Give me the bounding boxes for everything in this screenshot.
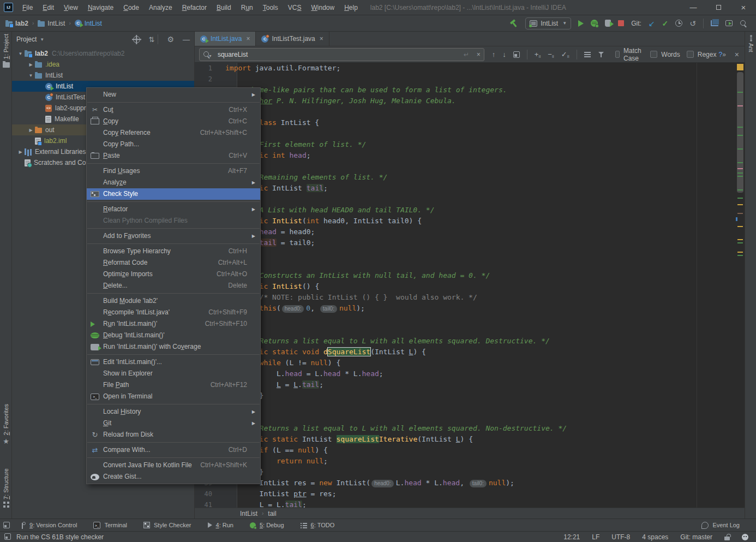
- tree-right-arrow-icon[interactable]: ▶: [27, 128, 35, 133]
- tool-stripe-project[interactable]: 1: Project: [0, 34, 12, 68]
- tool-window-icon[interactable]: [725, 20, 733, 26]
- find-all-icon[interactable]: [584, 51, 591, 57]
- menu-item-analyze[interactable]: Analyze: [87, 177, 260, 188]
- tree-item-lab2[interactable]: ▼lab2C:\Users\omatt\repo\lab2: [12, 48, 194, 59]
- menu-item-local-history[interactable]: Local History: [87, 406, 260, 418]
- menubar-item-view[interactable]: View: [59, 0, 83, 15]
- menu-item-copy-reference[interactable]: Copy ReferenceCtrl+Alt+Shift+C: [87, 127, 260, 139]
- find-in-selection-icon[interactable]: [513, 51, 520, 58]
- tree-down-arrow-icon[interactable]: ▼: [27, 73, 35, 78]
- git-commit-icon[interactable]: [662, 19, 669, 28]
- highlighting-level-icon[interactable]: [742, 534, 748, 540]
- scrollbar-thumb[interactable]: [737, 72, 743, 193]
- menubar-item-refactor[interactable]: Refactor: [177, 0, 212, 15]
- menubar-item-build[interactable]: Build: [212, 0, 236, 15]
- stripe-mark-green[interactable]: [737, 172, 743, 174]
- stripe-mark-pink[interactable]: [737, 105, 743, 106]
- status-widget-4-spaces[interactable]: 4 spaces: [642, 533, 668, 541]
- menu-item-cut[interactable]: CutCtrl+X: [87, 104, 260, 116]
- close-tab-icon[interactable]: ×: [246, 35, 250, 43]
- menu-item-copy[interactable]: CopyCtrl+C: [87, 116, 260, 127]
- search-everywhere-icon[interactable]: [740, 20, 747, 27]
- status-widget-lf[interactable]: LF: [592, 533, 599, 541]
- tree-item-intlist[interactable]: ▼IntList: [12, 70, 194, 81]
- toolwindow-button-4-run[interactable]: 4: Run: [208, 522, 233, 528]
- build-hammer-icon[interactable]: [510, 20, 518, 27]
- breadcrumb-item-lab2-0[interactable]: lab2: [5, 20, 28, 27]
- maximize-button[interactable]: [706, 0, 731, 15]
- coverage-button[interactable]: [605, 20, 611, 27]
- close-button[interactable]: ×: [731, 0, 756, 15]
- stripe-mark-green[interactable]: [737, 135, 743, 136]
- search-input[interactable]: ▼ squareList ↵ ×: [199, 48, 484, 61]
- history-icon[interactable]: [675, 20, 682, 27]
- stripe-mark-yellow[interactable]: [737, 204, 743, 205]
- search-option-words[interactable]: Words: [650, 51, 680, 58]
- menu-item-show-in-explorer[interactable]: Show in Explorer: [87, 368, 260, 379]
- stripe-mark-pink[interactable]: [737, 168, 743, 169]
- quick-access-icon[interactable]: [3, 522, 10, 528]
- tree-right-arrow-icon[interactable]: ▶: [16, 150, 25, 154]
- run-button[interactable]: [578, 20, 584, 27]
- lock-icon[interactable]: [724, 537, 730, 540]
- project-structure-icon[interactable]: [711, 20, 718, 26]
- stripe-mark-yellow[interactable]: [737, 252, 743, 253]
- menu-item-compare-with[interactable]: Compare With...Ctrl+D: [87, 444, 260, 456]
- stop-button[interactable]: [618, 20, 624, 26]
- toolwindow-button-5-debug[interactable]: 5: Debug: [250, 522, 284, 528]
- error-stripe[interactable]: [736, 63, 745, 508]
- toolwindow-button-9-version-control[interactable]: 9: Version Control: [19, 522, 77, 529]
- stripe-mark-green[interactable]: [737, 242, 743, 243]
- menu-item-file-path[interactable]: File PathCtrl+Alt+F12: [87, 379, 260, 391]
- select-all-occurrences-icon[interactable]: ✓II: [561, 50, 569, 58]
- rollback-icon[interactable]: [689, 19, 696, 28]
- editor-tab-intlist-java[interactable]: IntList.java×: [195, 32, 256, 46]
- debug-button[interactable]: [591, 20, 598, 27]
- tool-stripe-favorites[interactable]: 2: Favorites: [0, 404, 12, 445]
- stripe-mark-yellow[interactable]: [737, 239, 743, 240]
- git-update-icon[interactable]: [649, 19, 655, 28]
- search-filter-icon[interactable]: [598, 51, 604, 58]
- add-occurrence-icon[interactable]: +II: [535, 50, 541, 58]
- stripe-mark-green[interactable]: [737, 92, 743, 93]
- tool-stripe-ant[interactable]: Ant: [745, 35, 756, 52]
- search-help-link[interactable]: ?: [718, 51, 722, 58]
- breadcrumb-member[interactable]: tail: [268, 510, 276, 517]
- stripe-mark-green[interactable]: [737, 255, 743, 256]
- menubar-item-edit[interactable]: Edit: [38, 0, 59, 15]
- menu-item-recompile-intlist-java[interactable]: Recompile 'IntList.java'Ctrl+Shift+F9: [87, 307, 260, 318]
- menubar-item-navigate[interactable]: Navigate: [83, 0, 118, 15]
- stripe-mark-green[interactable]: [737, 189, 743, 190]
- menubar-item-vcs[interactable]: VCS: [283, 0, 307, 15]
- stripe-mark-green[interactable]: [737, 127, 743, 128]
- tree-right-arrow-icon[interactable]: ▶: [27, 62, 35, 67]
- locate-file-icon[interactable]: [133, 36, 140, 43]
- menubar-item-analyze[interactable]: Analyze: [144, 0, 177, 15]
- toolwindow-button-style-checker[interactable]: Style Checker: [143, 522, 191, 528]
- stripe-mark-green[interactable]: [737, 162, 743, 163]
- menu-item-add-to-favorites[interactable]: Add to Favorites: [87, 230, 260, 242]
- stripe-mark-green[interactable]: [737, 198, 743, 199]
- status-widget-12-21[interactable]: 12:21: [563, 533, 580, 541]
- minimize-button[interactable]: —: [681, 0, 706, 15]
- checkbox-icon[interactable]: [687, 51, 694, 58]
- event-log-button[interactable]: Event Log: [701, 522, 740, 529]
- menu-item-edit-intlist-main[interactable]: Edit 'IntList.main()'...: [87, 356, 260, 368]
- menu-item-check-style[interactable]: Check Style: [87, 188, 260, 200]
- tree-item-idea[interactable]: ▶.idea: [12, 59, 194, 70]
- menu-item-new[interactable]: New: [87, 89, 260, 100]
- menubar-item-run[interactable]: Run: [236, 0, 258, 15]
- breadcrumb-item-intlist-1[interactable]: IntList: [38, 20, 65, 27]
- menu-item-convert-java-file-to-kotlin-file[interactable]: Convert Java File to Kotlin FileCtrl+Alt…: [87, 460, 260, 471]
- menubar-item-code[interactable]: Code: [118, 0, 144, 15]
- menu-item-open-in-terminal[interactable]: Open in Terminal: [87, 391, 260, 402]
- toolwindow-button-terminal[interactable]: Terminal: [93, 522, 127, 529]
- breadcrumb-item-intlist-2[interactable]: IntList: [75, 20, 102, 27]
- menu-item-reformat-code[interactable]: Reformat CodeCtrl+Alt+L: [87, 257, 260, 269]
- menu-item-run-intlist-main-with-coverage[interactable]: Run 'IntList.main()' with Coverage: [87, 341, 260, 353]
- status-widget-utf-8[interactable]: UTF-8: [611, 533, 630, 541]
- previous-occurrence-icon[interactable]: ↑: [492, 50, 496, 58]
- close-tab-icon[interactable]: ×: [320, 35, 323, 43]
- stripe-mark-green[interactable]: [737, 176, 743, 177]
- stripe-mark-blue[interactable]: [736, 217, 737, 221]
